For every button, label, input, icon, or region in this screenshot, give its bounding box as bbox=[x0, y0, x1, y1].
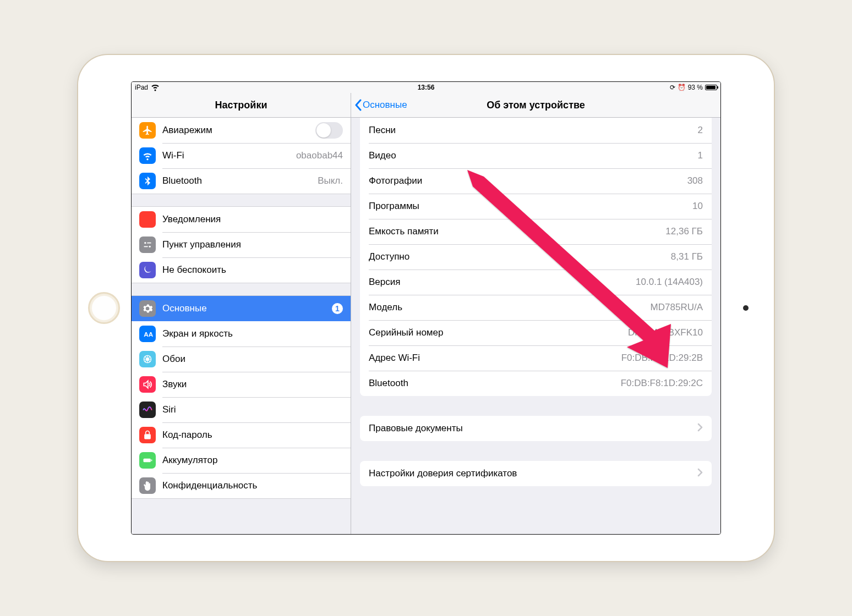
notifications-icon bbox=[139, 211, 156, 228]
link-label: Правовые документы bbox=[369, 423, 463, 434]
info-row[interactable]: Серийный номерDMQM26BXFK10 bbox=[360, 320, 712, 345]
info-row[interactable]: Видео1 bbox=[360, 143, 712, 168]
info-row[interactable]: BluetoothF0:DB:F8:1D:29:2C bbox=[360, 371, 712, 396]
wallpaper-icon bbox=[139, 351, 156, 367]
sidebar-item-wallpaper[interactable]: Обои bbox=[132, 346, 351, 372]
legal-row[interactable]: Правовые документы bbox=[360, 416, 712, 441]
svg-text:AA: AA bbox=[144, 331, 153, 338]
back-label: Основные bbox=[363, 100, 407, 111]
sidebar-item-label: Bluetooth bbox=[162, 175, 318, 186]
sidebar-item-notifications[interactable]: Уведомления bbox=[132, 207, 351, 232]
wifi-icon bbox=[150, 82, 160, 94]
info-key: Адрес Wi-Fi bbox=[369, 353, 420, 364]
clock: 13:56 bbox=[418, 84, 435, 91]
sidebar-item-control-center[interactable]: Пункт управления bbox=[132, 232, 351, 257]
sidebar-item-airplane[interactable]: Авиарежим bbox=[132, 118, 351, 143]
sidebar-item-label: Уведомления bbox=[162, 214, 343, 225]
sidebar-item-label: Авиарежим bbox=[162, 125, 315, 136]
sidebar-item-label: Обои bbox=[162, 354, 343, 365]
device-name: iPad bbox=[135, 84, 148, 91]
info-key: Версия bbox=[369, 277, 400, 288]
sidebar-item-siri[interactable]: Siri bbox=[132, 397, 351, 422]
info-key: Доступно bbox=[369, 251, 409, 262]
battery-icon bbox=[705, 85, 717, 90]
svg-point-4 bbox=[149, 246, 151, 248]
siri-icon bbox=[139, 402, 156, 418]
chevron-right-icon bbox=[697, 423, 703, 434]
info-value: 10.0.1 (14A403) bbox=[636, 277, 703, 288]
info-value: F0:DB:F8:1D:29:2C bbox=[621, 378, 703, 389]
sidebar-item-battery[interactable]: Аккумулятор bbox=[132, 448, 351, 473]
sidebar-item-label: Аккумулятор bbox=[162, 455, 343, 466]
alarm-icon: ⏰ bbox=[678, 84, 686, 91]
info-value: 308 bbox=[687, 175, 703, 186]
bluetooth-icon bbox=[139, 173, 156, 189]
sidebar-item-display[interactable]: AAЭкран и яркость bbox=[132, 321, 351, 346]
sidebar-item-dnd[interactable]: Не беспокоить bbox=[132, 257, 351, 283]
control-icon bbox=[139, 237, 156, 253]
sidebar-item-wifi[interactable]: Wi-Fiobaobab44 bbox=[132, 143, 351, 168]
battery-percent: 93 % bbox=[688, 84, 703, 91]
detail-pane: Основные Об этом устройстве Песни2Видео1… bbox=[351, 93, 720, 534]
sidebar-title: Настройки bbox=[132, 93, 351, 118]
sidebar-item-value: Выкл. bbox=[318, 175, 343, 186]
moon-icon bbox=[139, 262, 156, 278]
battery-icon bbox=[139, 452, 156, 469]
svg-rect-9 bbox=[144, 434, 151, 439]
info-row[interactable]: Версия10.0.1 (14A403) bbox=[360, 270, 712, 295]
svg-point-8 bbox=[146, 358, 149, 361]
info-row[interactable]: Фотографии308 bbox=[360, 168, 712, 194]
sidebar-item-general[interactable]: Основные1 bbox=[132, 296, 351, 321]
settings-sidebar: Настройки АвиарежимWi-Fiobaobab44Bluetoo… bbox=[132, 93, 351, 534]
back-button[interactable]: Основные bbox=[354, 99, 407, 111]
chevron-right-icon bbox=[697, 468, 703, 479]
sidebar-item-label: Основные bbox=[162, 303, 332, 314]
sidebar-item-label: Siri bbox=[162, 404, 343, 415]
link-label: Настройки доверия сертификатов bbox=[369, 468, 517, 479]
wifi-icon bbox=[139, 147, 156, 164]
info-key: Видео bbox=[369, 150, 396, 161]
svg-point-1 bbox=[149, 216, 151, 218]
svg-rect-10 bbox=[144, 459, 151, 463]
info-value: 12,36 ГБ bbox=[665, 226, 703, 237]
home-button[interactable] bbox=[88, 292, 120, 324]
cert-trust-row[interactable]: Настройки доверия сертификатов bbox=[360, 461, 712, 486]
sidebar-item-passcode[interactable]: Код-пароль bbox=[132, 422, 351, 448]
svg-point-2 bbox=[144, 242, 146, 244]
info-row[interactable]: Песни2 bbox=[360, 118, 712, 143]
sidebar-item-value: obaobab44 bbox=[296, 150, 343, 161]
info-key: Bluetooth bbox=[369, 378, 408, 389]
sidebar-item-label: Экран и яркость bbox=[162, 328, 343, 339]
info-key: Емкость памяти bbox=[369, 226, 439, 237]
info-value: 8,31 ГБ bbox=[671, 251, 703, 262]
airplane-toggle[interactable] bbox=[315, 122, 343, 139]
sidebar-item-bluetooth[interactable]: BluetoothВыкл. bbox=[132, 168, 351, 194]
info-value: DMQM26BXFK10 bbox=[628, 327, 703, 338]
info-key: Серийный номер bbox=[369, 327, 443, 338]
info-row[interactable]: Программы10 bbox=[360, 194, 712, 219]
info-row[interactable]: МодельMD785RU/A bbox=[360, 295, 712, 320]
info-row[interactable]: Адрес Wi-FiF0:DB:F8:1D:29:2B bbox=[360, 345, 712, 371]
svg-rect-5 bbox=[144, 246, 148, 248]
badge: 1 bbox=[332, 303, 343, 314]
about-info-table: Песни2Видео1Фотографии308Программы10Емко… bbox=[360, 118, 712, 396]
info-value: 2 bbox=[698, 125, 703, 136]
sidebar-item-label: Звуки bbox=[162, 379, 343, 390]
sidebar-item-label: Не беспокоить bbox=[162, 265, 343, 276]
info-row[interactable]: Доступно8,31 ГБ bbox=[360, 244, 712, 270]
info-key: Модель bbox=[369, 302, 402, 313]
lock-icon bbox=[139, 427, 156, 443]
info-row[interactable]: Емкость памяти12,36 ГБ bbox=[360, 219, 712, 244]
sidebar-item-label: Конфиденциальность bbox=[162, 480, 343, 491]
sidebar-item-privacy[interactable]: Конфиденциальность bbox=[132, 473, 351, 498]
gear-icon bbox=[139, 300, 156, 317]
info-value: 1 bbox=[698, 150, 703, 161]
sidebar-item-sounds[interactable]: Звуки bbox=[132, 372, 351, 397]
status-bar: iPad 13:56 ⟳ ⏰ 93 % bbox=[132, 82, 720, 93]
info-value: MD785RU/A bbox=[651, 302, 703, 313]
info-value: F0:DB:F8:1D:29:2B bbox=[621, 353, 703, 364]
info-value: 10 bbox=[692, 201, 703, 212]
orientation-lock-icon: ⟳ bbox=[670, 84, 675, 91]
sidebar-item-label: Wi-Fi bbox=[162, 150, 296, 161]
hand-icon bbox=[139, 477, 156, 494]
